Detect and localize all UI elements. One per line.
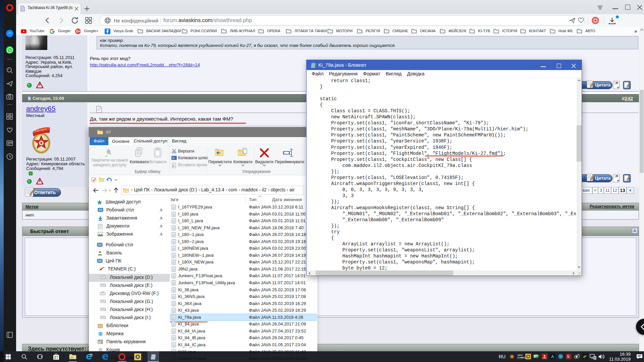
svg-text:G+: G+: [76, 29, 81, 33]
svg-text:+: +: [617, 178, 620, 183]
svg-text:S: S: [567, 354, 570, 359]
svg-text:W: W: [172, 157, 175, 160]
svg-text:+: +: [617, 85, 620, 89]
